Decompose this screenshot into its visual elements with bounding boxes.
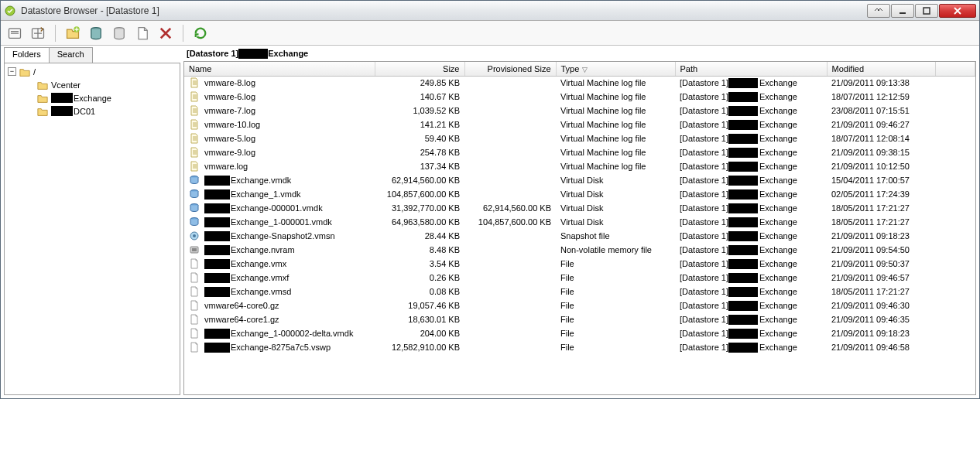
cell-provisioned bbox=[464, 104, 556, 118]
cell-type: File bbox=[556, 299, 675, 312]
cell-provisioned bbox=[464, 312, 556, 326]
col-name[interactable]: Name bbox=[184, 62, 375, 76]
tree-item[interactable]: Vcenter bbox=[5, 78, 180, 91]
file-icon bbox=[189, 272, 200, 283]
table-row[interactable]: Exchange_1-000002-delta.vmdk204.00 KBFil… bbox=[184, 326, 975, 340]
window-button-extra[interactable] bbox=[867, 4, 890, 18]
maximize-button[interactable] bbox=[915, 4, 938, 18]
cell-size: 12,582,910.00 KB bbox=[375, 340, 464, 354]
file-icon bbox=[189, 286, 200, 297]
cell-modified: 21/09/2011 09:46:30 bbox=[827, 299, 935, 312]
cell-type: Virtual Machine log file bbox=[556, 76, 675, 90]
redacted-block bbox=[728, 162, 758, 172]
delete-button[interactable] bbox=[158, 26, 173, 41]
redacted-block bbox=[51, 106, 73, 116]
file-icon bbox=[189, 328, 200, 339]
cell-path: [Datastore 1]Exchange bbox=[675, 104, 827, 118]
cell-size: 8.48 KB bbox=[375, 243, 464, 257]
table-row[interactable]: vmware.log137.34 KBVirtual Machine log f… bbox=[184, 159, 975, 173]
table-row[interactable]: Exchange-8275a7c5.vswp12,582,910.00 KBFi… bbox=[184, 340, 975, 354]
table-row[interactable]: Exchange.vmxf0.26 KBFile[Datastore 1]Exc… bbox=[184, 271, 975, 285]
table-row[interactable]: vmware-10.log141.21 KBVirtual Machine lo… bbox=[184, 118, 975, 131]
file-name: vmware-5.log bbox=[204, 134, 255, 143]
cell-name: Exchange-8275a7c5.vswp bbox=[184, 340, 375, 354]
col-provisioned[interactable]: Provisioned Size bbox=[464, 62, 556, 76]
cell-path: [Datastore 1]Exchange bbox=[675, 243, 827, 257]
col-modified[interactable]: Modified bbox=[827, 62, 935, 76]
toolbar-btn-1[interactable] bbox=[7, 26, 22, 41]
datastore-button-2[interactable] bbox=[111, 26, 127, 41]
file-name: vmware-8.log bbox=[204, 78, 255, 87]
file-name: Exchange_1-000002-delta.vmdk bbox=[231, 329, 353, 338]
table-row[interactable]: vmware64-core1.gz18,630.01 KBFile[Datast… bbox=[184, 312, 975, 326]
table-row[interactable]: vmware-8.log249.85 KBVirtual Machine log… bbox=[184, 76, 975, 90]
breadcrumb-datastore: [Datastore 1] bbox=[187, 49, 238, 58]
app-icon bbox=[4, 5, 16, 17]
document-button[interactable] bbox=[135, 26, 150, 41]
refresh-button[interactable] bbox=[193, 26, 208, 41]
file-name: vmware-9.log bbox=[204, 148, 255, 157]
tab-search[interactable]: Search bbox=[49, 47, 93, 63]
file-name: Exchange_1.vmdk bbox=[231, 189, 301, 199]
cell-size: 141.21 KB bbox=[375, 118, 464, 131]
cell-type: Virtual Disk bbox=[556, 187, 675, 201]
breadcrumb: [Datastore 1] Exchange bbox=[183, 47, 976, 61]
file-name: Exchange.vmx bbox=[231, 259, 286, 268]
new-folder-button[interactable] bbox=[65, 26, 81, 41]
table-row[interactable]: vmware-6.log140.67 KBVirtual Machine log… bbox=[184, 90, 975, 104]
redacted-block bbox=[728, 217, 758, 227]
cell-size: 0.08 KB bbox=[375, 285, 464, 299]
datastore-browser-window: Datastore Browser - [Datastore 1] Folder… bbox=[0, 0, 980, 399]
table-row[interactable]: Exchange_1-000001.vmdk64,963,580.00 KB10… bbox=[184, 215, 975, 229]
file-name: Exchange-Snapshot2.vmsn bbox=[231, 231, 335, 241]
file-name: Exchange-000001.vmdk bbox=[231, 203, 323, 213]
redacted-block bbox=[728, 189, 758, 200]
tree-root[interactable]: − / bbox=[5, 65, 180, 78]
tree-collapse-icon[interactable]: − bbox=[8, 67, 16, 76]
tree-item[interactable]: Exchange bbox=[5, 91, 180, 104]
cell-size: 137.34 KB bbox=[375, 159, 464, 173]
table-row[interactable]: Exchange.nvram8.48 KBNon-volatile memory… bbox=[184, 243, 975, 257]
snap-icon bbox=[189, 230, 200, 241]
table-row[interactable]: vmware-7.log1,039.52 KBVirtual Machine l… bbox=[184, 104, 975, 118]
redacted-block bbox=[728, 92, 758, 102]
toolbar-btn-2[interactable] bbox=[30, 26, 46, 41]
redacted-block bbox=[204, 259, 230, 269]
close-button[interactable] bbox=[939, 4, 976, 18]
table-row[interactable]: Exchange.vmdk62,914,560.00 KBVirtual Dis… bbox=[184, 173, 975, 187]
redacted-block bbox=[204, 329, 230, 339]
cell-size: 18,630.01 KB bbox=[375, 312, 464, 326]
col-path[interactable]: Path bbox=[675, 62, 827, 76]
redacted-block bbox=[728, 176, 758, 186]
tree-item[interactable]: DC01 bbox=[5, 104, 180, 118]
redacted-block bbox=[728, 287, 758, 297]
cell-modified: 21/09/2011 10:12:50 bbox=[827, 159, 935, 173]
cell-path: [Datastore 1]Exchange bbox=[675, 118, 827, 131]
table-row[interactable]: vmware64-core0.gz19,057.46 KBFile[Datast… bbox=[184, 299, 975, 312]
cell-path: [Datastore 1]Exchange bbox=[675, 215, 827, 229]
file-table-container[interactable]: Name Size Provisioned Size Type▽ Path Mo… bbox=[183, 61, 976, 395]
cell-modified: 18/07/2011 12:12:59 bbox=[827, 90, 935, 104]
table-row[interactable]: Exchange_1.vmdk104,857,600.00 KBVirtual … bbox=[184, 187, 975, 201]
tab-folders[interactable]: Folders bbox=[4, 47, 50, 63]
table-row[interactable]: vmware-9.log254.78 KBVirtual Machine log… bbox=[184, 145, 975, 159]
cell-name: Exchange-000001.vmdk bbox=[184, 201, 375, 215]
col-type[interactable]: Type▽ bbox=[556, 62, 675, 76]
table-row[interactable]: vmware-5.log59.40 KBVirtual Machine log … bbox=[184, 131, 975, 145]
cell-path: [Datastore 1]Exchange bbox=[675, 257, 827, 271]
redacted-block bbox=[204, 189, 230, 200]
cell-size: 1,039.52 KB bbox=[375, 104, 464, 118]
folder-tree[interactable]: − / VcenterExchangeDC01 bbox=[4, 63, 180, 395]
cell-name: vmware-6.log bbox=[184, 90, 375, 104]
table-row[interactable]: Exchange.vmsd0.08 KBFile[Datastore 1]Exc… bbox=[184, 285, 975, 299]
datastore-button[interactable] bbox=[88, 26, 104, 41]
table-row[interactable]: Exchange-000001.vmdk31,392,770.00 KB62,9… bbox=[184, 201, 975, 215]
table-row[interactable]: Exchange-Snapshot2.vmsn28.44 KBSnapshot … bbox=[184, 229, 975, 243]
table-row[interactable]: Exchange.vmx3.54 KBFile[Datastore 1]Exch… bbox=[184, 257, 975, 271]
minimize-button[interactable] bbox=[891, 4, 914, 18]
cell-name: vmware.log bbox=[184, 159, 375, 173]
folder-icon bbox=[19, 67, 30, 77]
col-size[interactable]: Size bbox=[375, 62, 464, 76]
cell-size: 204.00 KB bbox=[375, 326, 464, 340]
redacted-block bbox=[204, 176, 230, 186]
